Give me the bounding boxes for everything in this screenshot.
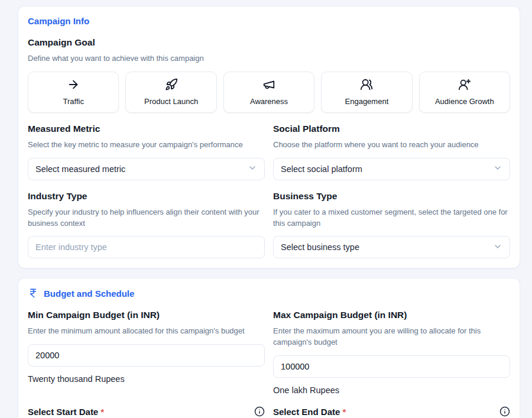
goal-option-label: Engagement [345,97,389,106]
campaign-info-title: Campaign Info [28,16,510,26]
user-plus-icon [458,78,471,93]
end-date-field: Select End Date* Pick a date [273,406,510,418]
max-budget-description: Enter the maximum amount you are willing… [273,326,510,348]
measured-metric-description: Select the key metric to measure your ca… [28,140,265,151]
min-budget-field: Min Campaign Budget (in INR) Enter the m… [28,310,265,406]
users-icon [360,78,373,93]
info-icon[interactable] [499,406,510,417]
budget-schedule-card: Budget and Schedule Min Campaign Budget … [18,278,520,418]
chevron-down-icon [493,163,502,174]
arrow-right-icon [67,78,80,93]
chevron-down-icon [248,163,257,174]
required-asterisk: * [100,407,104,417]
min-budget-description: Enter the minimum amount allocated for t… [28,326,265,337]
business-type-label: Business Type [273,191,510,202]
required-asterisk: * [342,407,346,417]
start-date-field: Select Start Date* Pick a date [28,406,265,418]
min-budget-input[interactable] [28,344,265,367]
campaign-form-page: Campaign Info Campaign Goal Define what … [0,0,532,418]
end-date-label: Select End Date* [273,407,346,417]
max-budget-input[interactable] [273,355,510,378]
goal-option-product-launch[interactable]: Product Launch [125,72,216,113]
budget-schedule-header: Budget and Schedule [28,288,510,299]
measured-metric-select[interactable]: Select measured metric [28,158,265,180]
campaign-info-card: Campaign Info Campaign Goal Define what … [18,6,520,268]
min-budget-in-words: Twenty thousand Rupees [28,374,265,384]
campaign-goal-options: Traffic Product Launch Awareness Engagem… [28,72,510,113]
goal-option-label: Audience Growth [435,97,494,106]
goal-option-label: Traffic [63,97,83,106]
social-platform-select-value: Select social platform [281,164,362,174]
social-platform-description: Choose the platform where you want to re… [273,140,510,151]
budget-schedule-title: Budget and Schedule [44,289,134,299]
business-type-select[interactable]: Select business type [273,236,510,258]
social-platform-field: Social Platform Choose the platform wher… [273,124,510,180]
max-budget-in-words: One lakh Rupees [273,385,510,395]
rocket-icon [165,78,178,93]
campaign-goal-label: Campaign Goal [28,37,510,48]
measured-metric-field: Measured Metric Select the key metric to… [28,124,265,180]
measured-metric-label: Measured Metric [28,124,265,134]
min-budget-label: Min Campaign Budget (in INR) [28,310,265,320]
business-type-field: Business Type If you cater to a mixed cu… [273,191,510,259]
industry-type-description: Specify your industry to help influencer… [28,207,265,229]
goal-option-engagement[interactable]: Engagement [321,72,412,113]
max-budget-field: Max Campaign Budget (in INR) Enter the m… [273,310,510,406]
goal-option-label: Product Launch [144,97,198,106]
start-date-label: Select Start Date* [28,407,104,417]
info-icon[interactable] [254,406,265,417]
business-type-description: If you cater to a mixed customer segment… [273,207,510,229]
megaphone-icon [262,78,275,93]
goal-option-traffic[interactable]: Traffic [28,72,119,113]
business-type-select-value: Select business type [281,242,359,252]
goal-option-label: Awareness [250,97,288,106]
indian-rupee-icon [28,288,38,299]
social-platform-label: Social Platform [273,124,510,134]
social-platform-select[interactable]: Select social platform [273,158,510,180]
goal-option-awareness[interactable]: Awareness [223,72,314,113]
measured-metric-select-value: Select measured metric [35,164,125,174]
goal-option-audience-growth[interactable]: Audience Growth [419,72,510,113]
campaign-goal-description: Define what you want to achieve with thi… [28,53,510,64]
chevron-down-icon [493,242,502,253]
max-budget-label: Max Campaign Budget (in INR) [273,310,510,320]
industry-type-label: Industry Type [28,191,265,202]
industry-type-input[interactable] [28,236,265,258]
industry-type-field: Industry Type Specify your industry to h… [28,191,265,259]
